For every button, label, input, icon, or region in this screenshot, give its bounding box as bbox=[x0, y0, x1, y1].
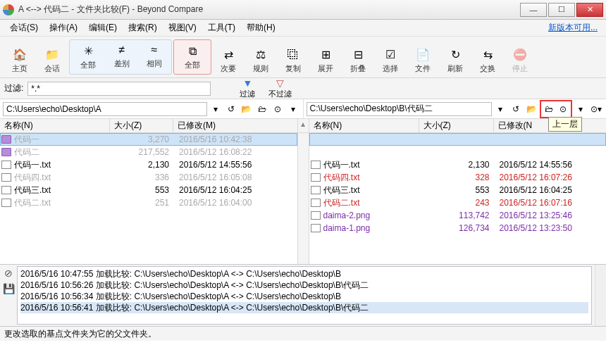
left-file-list[interactable]: 代码一3,2702016/5/16 10:42:38代码二217,5522016… bbox=[0, 133, 297, 264]
table-row[interactable]: 代码一.txt2,1302016/5/12 14:55:56 bbox=[0, 158, 297, 171]
left-back-button[interactable]: ⊙ bbox=[271, 102, 285, 116]
left-path-input[interactable] bbox=[3, 102, 207, 116]
left-browse-button[interactable]: 📂 bbox=[240, 102, 254, 116]
filter-input[interactable] bbox=[27, 82, 211, 96]
highlighted-nav-box: 🗁 ⊙ 上一层 bbox=[540, 100, 572, 118]
file-name: 代码一 bbox=[14, 134, 39, 146]
file-icon bbox=[1, 173, 11, 182]
swap-button[interactable]: ⇆交换 bbox=[472, 46, 503, 75]
left-back-dropdown[interactable]: ▾ bbox=[286, 102, 300, 116]
update-link[interactable]: 新版本可用... bbox=[548, 22, 602, 34]
log-line[interactable]: 2016/5/16 10:56:41 加载比较: C:\Users\echo\D… bbox=[20, 302, 588, 313]
minimize-button[interactable]: — bbox=[520, 3, 547, 17]
filter-clear-button[interactable]: ▽不过滤 bbox=[266, 77, 294, 99]
log-lines[interactable]: 2016/5/16 10:47:55 加载比较: C:\Users\echo\D… bbox=[17, 266, 592, 325]
left-header: 名称(N) 大小(Z) 已修改(M) bbox=[0, 119, 297, 133]
rules-button[interactable]: ⚖规则 bbox=[245, 46, 276, 75]
stop-log-icon[interactable]: ⊘ bbox=[4, 268, 13, 279]
menu-tools[interactable]: 工具(T) bbox=[202, 20, 241, 35]
menu-action[interactable]: 操作(A) bbox=[44, 20, 83, 35]
table-row[interactable]: daima-1.png126,7342016/5/12 13:23:50 bbox=[309, 222, 607, 234]
file-size: 336 bbox=[111, 172, 175, 182]
up-tooltip: 上一层 bbox=[548, 117, 582, 132]
file-size: 217,552 bbox=[111, 147, 175, 157]
right-browse-button[interactable]: 📂 bbox=[524, 102, 538, 116]
right-file-list[interactable]: 代码一.txt2,1302016/5/12 14:55:56代码四.txt328… bbox=[309, 133, 607, 264]
menu-help[interactable]: 帮助(H) bbox=[241, 20, 281, 35]
session-button[interactable]: 📁会话 bbox=[37, 46, 68, 75]
file-name: 代码二 bbox=[14, 146, 39, 158]
status-text: 更改选取的基点文件夹为它的父文件夹。 bbox=[4, 328, 156, 340]
menu-edit[interactable]: 编辑(E) bbox=[83, 20, 123, 35]
col-name[interactable]: 名称(N) bbox=[0, 119, 110, 132]
right-path-dropdown[interactable]: ▾ bbox=[493, 102, 507, 116]
close-button[interactable]: ✕ bbox=[576, 3, 603, 17]
table-row[interactable]: daima-2.png113,7422016/5/12 13:25:46 bbox=[309, 209, 607, 222]
left-path-dropdown[interactable]: ▾ bbox=[209, 102, 223, 116]
home-button[interactable]: 🏠主页 bbox=[4, 46, 35, 75]
table-row[interactable]: 代码二.txt2432016/5/12 16:07:16 bbox=[309, 196, 607, 209]
center-gutter: ▴ bbox=[298, 119, 309, 264]
log-line[interactable]: 2016/5/16 10:47:55 加载比较: C:\Users\echo\D… bbox=[20, 268, 588, 280]
title-bar: A <--> 代码二 - 文件夹比较(F) - Beyond Compare —… bbox=[0, 0, 606, 20]
menu-search[interactable]: 搜索(R) bbox=[123, 20, 163, 35]
col-name[interactable]: 名称(N) bbox=[309, 119, 419, 132]
same-button[interactable]: ≈相同 bbox=[139, 42, 170, 70]
app-icon bbox=[3, 4, 14, 15]
table-row[interactable]: 代码二.txt2512016/5/12 16:04:00 bbox=[0, 196, 297, 209]
table-row[interactable]: 代码四.txt3362016/5/12 16:05:08 bbox=[0, 171, 297, 184]
copy-button[interactable]: ⿻复制 bbox=[278, 46, 309, 75]
file-icon bbox=[311, 186, 321, 194]
collapse-button[interactable]: ⊟折叠 bbox=[342, 46, 373, 75]
filter-group2: ⧉全部 bbox=[173, 39, 211, 75]
file-size: 243 bbox=[421, 198, 495, 208]
table-row[interactable]: 代码四.txt3282016/5/12 16:07:26 bbox=[309, 171, 607, 184]
maximize-button[interactable]: ☐ bbox=[548, 3, 575, 17]
table-row[interactable]: 代码一.txt2,1302016/5/12 14:55:56 bbox=[309, 158, 607, 171]
menu-view[interactable]: 视图(V) bbox=[163, 20, 202, 35]
col-size[interactable]: 大小(Z) bbox=[110, 119, 173, 132]
table-row[interactable]: 代码三.txt5532016/5/12 16:04:25 bbox=[0, 184, 297, 196]
file-name: daima-2.png bbox=[323, 211, 371, 220]
left-history-button[interactable]: ↺ bbox=[224, 102, 238, 116]
right-up-button[interactable]: 🗁 bbox=[542, 102, 556, 116]
file-name: 代码一.txt bbox=[14, 159, 51, 171]
expand-button[interactable]: ⊞展开 bbox=[310, 46, 341, 75]
file-date: 2016/5/12 13:23:50 bbox=[495, 223, 605, 233]
collapse-icon: ⊟ bbox=[351, 48, 365, 62]
filter-apply-button[interactable]: ▼过滤 bbox=[233, 77, 261, 99]
diff-button[interactable]: ≠差别 bbox=[106, 42, 137, 70]
table-row[interactable]: 代码一3,2702016/5/16 10:42:38 bbox=[0, 133, 297, 146]
table-row[interactable]: 代码三.txt5532016/5/12 16:04:25 bbox=[309, 184, 607, 196]
refresh-button[interactable]: ↻刷新 bbox=[440, 46, 471, 75]
log-line[interactable]: 2016/5/16 10:56:34 加载比较: C:\Users\echo\D… bbox=[20, 291, 588, 302]
file-date: 2016/5/12 13:25:46 bbox=[495, 211, 605, 220]
right-back-dropdown2[interactable]: ⊙▾ bbox=[589, 102, 603, 116]
log-line[interactable]: 2016/5/16 10:56:26 加载比较: C:\Users\echo\D… bbox=[20, 280, 588, 291]
save-log-icon[interactable]: 💾 bbox=[3, 283, 15, 294]
select-button[interactable]: ☑选择 bbox=[375, 46, 406, 75]
file-date: 2016/5/12 16:04:25 bbox=[175, 185, 296, 195]
log-scrollbar[interactable] bbox=[595, 265, 606, 326]
col-size[interactable]: 大小(Z) bbox=[419, 119, 494, 132]
col-modified[interactable]: 已修改(M) bbox=[173, 119, 297, 132]
notequal-icon: ≠ bbox=[115, 43, 129, 57]
file-date: 2016/5/12 16:08:22 bbox=[175, 147, 296, 157]
file-date: 2016/5/12 16:07:26 bbox=[495, 172, 605, 182]
right-history-button[interactable]: ↺ bbox=[509, 102, 523, 116]
table-row[interactable]: 代码二217,5522016/5/12 16:08:22 bbox=[0, 146, 297, 158]
struct-all-button[interactable]: ⧉全部 bbox=[175, 42, 209, 73]
file-name: daima-1.png bbox=[323, 223, 371, 233]
right-back-dropdown[interactable]: ▾ bbox=[574, 102, 588, 116]
left-open-button[interactable]: 🗁 bbox=[255, 102, 269, 116]
next-button[interactable]: ⇄次要 bbox=[213, 46, 244, 75]
right-back-button[interactable]: ⊙ bbox=[556, 102, 570, 116]
menu-session[interactable]: 会话(S) bbox=[4, 20, 44, 35]
file-date: 2016/5/12 16:05:08 bbox=[175, 172, 296, 182]
sort-indicator-icon[interactable]: ▴ bbox=[298, 119, 309, 133]
right-path-input[interactable] bbox=[307, 102, 493, 116]
expand-icon: ⊞ bbox=[319, 48, 333, 62]
files-button[interactable]: 📄文件 bbox=[407, 46, 438, 75]
all-button[interactable]: ✳全部 bbox=[71, 42, 105, 73]
stop-button[interactable]: ⛔停止 bbox=[505, 46, 536, 75]
